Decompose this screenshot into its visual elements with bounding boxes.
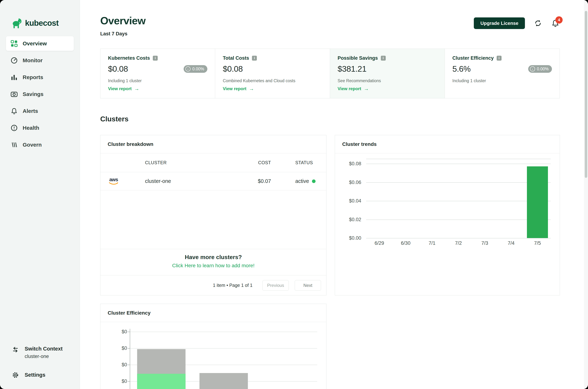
change-badge: 0.00%	[184, 65, 207, 73]
info-icon[interactable]	[252, 56, 257, 61]
cluster-trends-card: Cluster trends $0.08$0.06$0.04$0.02$0.00…	[335, 135, 560, 295]
bar-column	[445, 164, 472, 238]
previous-page-button[interactable]: Previous	[262, 280, 289, 291]
x-axis-label: 6/29	[366, 240, 392, 246]
more-clusters-title: Have more clusters?	[100, 254, 326, 260]
kubecost-logo[interactable]: kubecost	[12, 17, 80, 29]
settings-button[interactable]: Settings	[8, 369, 72, 381]
stat-subtext: Including 1 cluster	[452, 78, 552, 83]
page-header: Overview Last 7 Days Upgrade License	[100, 15, 560, 37]
y-axis-label: $0.08	[349, 161, 361, 166]
y-axis-label: $0.06	[349, 179, 361, 185]
x-axis-label: 7/1	[419, 240, 445, 246]
cluster-efficiency-card: Cluster Efficiency $0$0$0$0$0	[100, 304, 326, 389]
gridline	[366, 238, 551, 238]
scrollbar-thumb[interactable]	[585, 11, 587, 178]
stat-title: Total Costs	[223, 55, 249, 61]
view-report-link[interactable]: View report	[108, 86, 207, 92]
bar-column	[255, 332, 317, 389]
settings-label: Settings	[25, 372, 45, 378]
aws-smile-icon	[108, 182, 119, 185]
down-arrow-icon	[530, 66, 535, 71]
cluster-efficiency-chart: $0$0$0$0$0	[130, 332, 317, 389]
main-content: Overview Last 7 Days Upgrade License	[80, 0, 588, 389]
savings-icon	[11, 91, 18, 97]
column-cost: COST	[218, 160, 271, 165]
grid-icon	[11, 40, 18, 47]
stat-subtext: Including 1 cluster	[108, 78, 207, 83]
x-axis-label: 7/5	[524, 240, 551, 246]
sidebar-item-label: Overview	[23, 40, 47, 47]
sidebar-item-govern[interactable]: Govern	[6, 137, 74, 152]
bar	[527, 166, 548, 238]
bar-chart-icon	[11, 74, 18, 81]
info-icon[interactable]	[497, 56, 502, 61]
switch-context-button[interactable]: Switch Context cluster-one	[8, 344, 72, 361]
refresh-icon	[534, 19, 542, 27]
sidebar-item-overview[interactable]: Overview	[6, 36, 74, 51]
notifications-button[interactable]: 4	[551, 19, 560, 28]
refresh-button[interactable]	[534, 19, 542, 28]
sidebar-item-health[interactable]: Health	[6, 121, 74, 135]
stat-value: 5.6%	[452, 64, 471, 74]
stat-title: Possible Savings	[338, 55, 378, 61]
notification-count-badge: 4	[555, 16, 563, 24]
brand-name: kubecost	[25, 19, 58, 28]
status-dot	[312, 179, 316, 183]
stat-card-total-costs: Total Costs $0.08 Combined Kubernetes an…	[215, 49, 330, 98]
bars	[366, 164, 551, 238]
bar	[199, 373, 248, 389]
sidebar-item-label: Health	[23, 125, 39, 131]
info-icon[interactable]	[153, 56, 158, 61]
pagination-text: 1 item • Page 1 of 1	[213, 283, 252, 288]
y-axis-label: $0	[122, 379, 127, 384]
y-axis-label: $0	[122, 362, 127, 368]
bar-column	[193, 332, 255, 389]
sidebar-item-reports[interactable]: Reports	[6, 70, 74, 85]
stat-value: $381.21	[338, 64, 366, 74]
cluster-trends-chart: $0.08$0.06$0.04$0.02$0.00	[366, 164, 551, 238]
bar	[137, 374, 186, 389]
bar-column	[366, 164, 392, 238]
sidebar-item-alerts[interactable]: Alerts	[6, 104, 74, 118]
stats-row: Kubernetes Costs $0.08 0.00% Including 1…	[100, 49, 560, 98]
add-clusters-link[interactable]: Click Here to learn how to add more!	[100, 263, 326, 268]
switch-context-icon	[12, 346, 19, 353]
app-window: kubecost Overview Monitor	[0, 0, 588, 389]
sidebar-item-savings[interactable]: Savings	[6, 87, 74, 101]
y-axis-label: $0	[122, 329, 127, 335]
cluster-trends-x-axis: 6/296/307/17/27/37/47/5	[366, 240, 551, 246]
x-axis-label: 6/30	[392, 240, 419, 246]
stat-subtext: See Recommendations	[338, 78, 437, 83]
bar-column	[130, 332, 193, 389]
bell-icon	[11, 108, 18, 114]
speedometer-icon	[11, 57, 18, 64]
bars	[130, 332, 317, 389]
alert-circle-icon	[11, 125, 18, 131]
stat-card-kubernetes-costs: Kubernetes Costs $0.08 0.00% Including 1…	[100, 49, 215, 98]
switch-context-label: Switch Context	[25, 346, 62, 352]
cluster-breakdown-title: Cluster breakdown	[100, 135, 326, 153]
gear-icon	[12, 372, 19, 379]
sidebar-item-monitor[interactable]: Monitor	[6, 53, 74, 68]
x-axis-label: 7/3	[472, 240, 498, 246]
sidebar: kubecost Overview Monitor	[0, 0, 80, 389]
cluster-name: cluster-one	[145, 178, 218, 184]
more-clusters-section: Have more clusters? Click Here to learn …	[100, 249, 326, 275]
stat-card-cluster-efficiency: Cluster Efficiency 5.6% 0.00% Including …	[445, 49, 560, 98]
empty-space	[100, 190, 326, 249]
y-axis-label: $0	[122, 345, 127, 351]
view-report-link[interactable]: View report	[223, 86, 322, 92]
info-icon[interactable]	[381, 56, 386, 61]
column-status: STATUS	[271, 160, 319, 165]
view-report-link[interactable]: View report	[338, 86, 437, 92]
sidebar-footer: Switch Context cluster-one Settings	[0, 344, 80, 381]
change-badge: 0.00%	[528, 65, 552, 73]
next-page-button[interactable]: Next	[295, 280, 321, 291]
down-arrow-icon	[185, 66, 191, 71]
stat-value: $0.08	[108, 64, 128, 74]
upgrade-license-button[interactable]: Upgrade License	[474, 17, 525, 29]
table-row[interactable]: aws cluster-one $0.07 active	[100, 172, 326, 190]
govern-icon	[11, 141, 18, 148]
cluster-breakdown-card: Cluster breakdown CLUSTER COST STATUS aw…	[100, 135, 326, 295]
